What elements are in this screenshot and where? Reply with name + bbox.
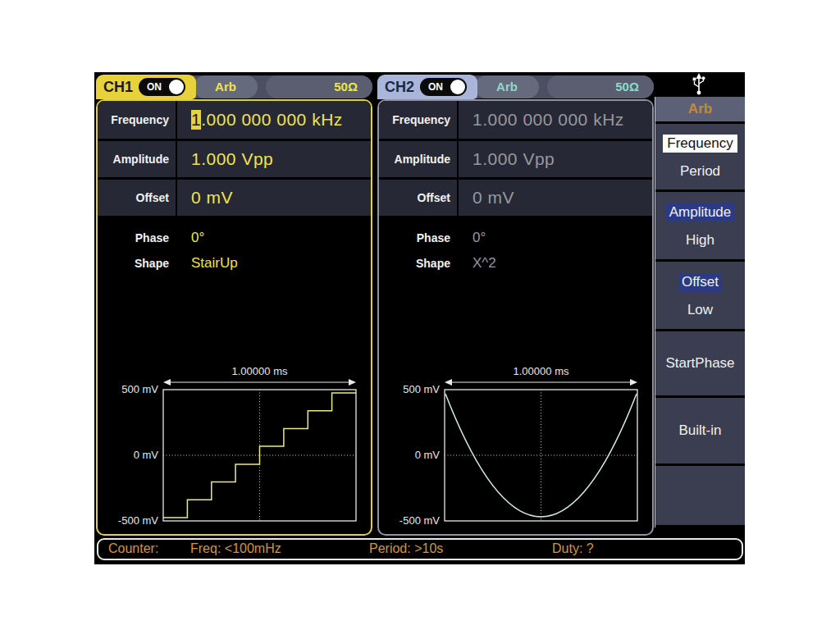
softkey-menu: Arb Frequency Period Amplitude High Offs… [655, 72, 745, 564]
ch2-offset-row: Offset 0 mV [379, 180, 652, 216]
ch1-on-toggle[interactable]: ON [139, 78, 185, 96]
ch1-plot-svg [162, 377, 357, 523]
ch2-shape-label: Shape [379, 253, 457, 274]
ch2-amplitude-row: Amplitude 1.000 Vpp [379, 141, 652, 177]
counter-status-bar: Counter: Freq: <100mHz Period: >10s Duty… [97, 538, 743, 560]
ch1-frequency-rest: .000 000 000 kHz [201, 110, 343, 130]
ch1-y-mid: 0 mV [134, 449, 158, 461]
ch1-waveform-plot: 1.00000 ms 500 mV 0 mV -500 mV [98, 365, 371, 523]
ch1-frequency-label: Frequency [98, 101, 176, 139]
ch1-toggle-knob [169, 80, 184, 94]
ch2-waveform-plot: 1.00000 ms 500 mV 0 mV -500 mV [379, 365, 652, 523]
counter-duty: Duty: ? [552, 541, 594, 556]
ch2-frequency-value[interactable]: 1.000 000 000 kHz [459, 101, 652, 139]
softkey-amplitude-high[interactable]: Amplitude High [655, 192, 745, 259]
ch2-shape-value[interactable]: X^2 [459, 253, 652, 274]
ch2-xsquared-waveform [445, 394, 637, 517]
ch2-period-label: 1.00000 ms [444, 365, 638, 377]
ch1-y-axis: 500 mV 0 mV -500 mV [98, 377, 162, 523]
menu-item-period[interactable]: Period [680, 163, 720, 180]
ch1-panel: Frequency 1.000 000 000 kHz Amplitude 1.… [96, 99, 372, 536]
ch1-shape-value[interactable]: StairUp [177, 253, 371, 274]
menu-item-amplitude[interactable]: Amplitude [666, 203, 735, 221]
ch1-amplitude-row: Amplitude 1.000 Vpp [98, 141, 371, 177]
ch2-on-toggle[interactable]: ON [420, 78, 467, 96]
ch1-frequency-row: Frequency 1.000 000 000 kHz [98, 101, 371, 139]
ch1-phase-value[interactable]: 0° [177, 227, 371, 249]
generator-screen-background: 50Ω Arb CH1 ON Frequency 1.000 000 000 k… [0, 0, 840, 630]
menu-item-low[interactable]: Low [687, 302, 713, 318]
ch2-phase-label: Phase [379, 227, 457, 249]
counter-period: Period: >10s [369, 541, 443, 556]
menu-item-builtin[interactable]: Built-in [679, 422, 722, 439]
ch2-offset-label: Offset [379, 180, 457, 216]
ch1-impedance: 50Ω [266, 75, 372, 98]
ch1-y-top: 500 mV [121, 383, 158, 395]
channel-2-section: 50Ω Arb CH2 ON Frequency 1.000 000 000 k… [377, 72, 656, 564]
ch2-phase-value[interactable]: 0° [459, 227, 652, 249]
softkey-frequency-period[interactable]: Frequency Period [655, 124, 745, 189]
ch2-y-mid: 0 mV [415, 449, 440, 461]
ch1-frequency-value[interactable]: 1.000 000 000 kHz [177, 101, 371, 139]
ch1-phase-shape: Phase 0° Shape StairUp [98, 227, 371, 274]
ch1-frequency-cursor: 1 [191, 110, 201, 130]
ch2-panel: Frequency 1.000 000 000 kHz Amplitude 1.… [377, 99, 654, 536]
ch1-offset-row: Offset 0 mV [98, 180, 371, 216]
ch2-plot-svg [444, 377, 638, 523]
counter-label: Counter: [108, 541, 158, 556]
ch2-toggle-knob [450, 80, 465, 94]
ch1-y-bottom: -500 mV [118, 514, 158, 527]
channel-1-section: 50Ω Arb CH1 ON Frequency 1.000 000 000 k… [96, 72, 375, 564]
menu-item-startphase[interactable]: StartPhase [665, 355, 734, 372]
softkey-menu-list: Arb Frequency Period Amplitude High Offs… [655, 97, 745, 527]
ch1-tab[interactable]: CH1 ON [96, 75, 196, 99]
ch1-on-label: ON [147, 81, 162, 93]
menu-title-arb: Arb [655, 97, 745, 121]
ch2-amplitude-label: Amplitude [379, 141, 457, 177]
softkey-builtin[interactable]: Built-in [655, 398, 745, 463]
ch2-frequency-row: Frequency 1.000 000 000 kHz [379, 101, 652, 139]
ch2-impedance: 50Ω [547, 75, 654, 98]
softkey-startphase[interactable]: StartPhase [655, 331, 745, 395]
softkey-offset-low[interactable]: Offset Low [655, 262, 745, 329]
ch1-period-label: 1.00000 ms [162, 365, 357, 377]
ch2-y-axis: 500 mV 0 mV -500 mV [379, 377, 444, 523]
menu-item-frequency[interactable]: Frequency [663, 135, 737, 153]
ch2-on-label: ON [428, 81, 443, 93]
menu-item-offset[interactable]: Offset [678, 273, 722, 291]
ch1-mode-badge: Arb [194, 75, 258, 98]
ch2-phase-shape: Phase 0° Shape X^2 [379, 227, 652, 274]
ch1-offset-label: Offset [98, 180, 176, 216]
usb-icon [691, 73, 707, 96]
softkey-empty [655, 466, 745, 525]
ch2-frequency-label: Frequency [379, 101, 457, 139]
instrument-screen: 50Ω Arb CH1 ON Frequency 1.000 000 000 k… [94, 72, 745, 564]
ch2-y-bottom: -500 mV [399, 514, 440, 527]
ch2-y-top: 500 mV [403, 383, 440, 395]
ch2-label: CH2 [385, 79, 414, 96]
ch1-shape-label: Shape [98, 253, 176, 274]
menu-item-high[interactable]: High [686, 232, 714, 249]
counter-freq: Freq: <100mHz [190, 541, 281, 556]
ch1-phase-label: Phase [98, 227, 176, 249]
ch2-tab[interactable]: CH2 ON [377, 75, 477, 99]
ch1-amplitude-value[interactable]: 1.000 Vpp [177, 141, 371, 177]
ch2-offset-value[interactable]: 0 mV [459, 180, 652, 216]
ch1-offset-value[interactable]: 0 mV [177, 180, 371, 216]
ch2-amplitude-value[interactable]: 1.000 Vpp [459, 141, 652, 177]
ch1-header: 50Ω Arb CH1 ON [96, 75, 372, 99]
ch2-header: 50Ω Arb CH2 ON [377, 75, 654, 99]
ch1-label: CH1 [103, 79, 133, 96]
ch1-amplitude-label: Amplitude [98, 141, 176, 177]
ch2-mode-badge: Arb [475, 75, 539, 98]
